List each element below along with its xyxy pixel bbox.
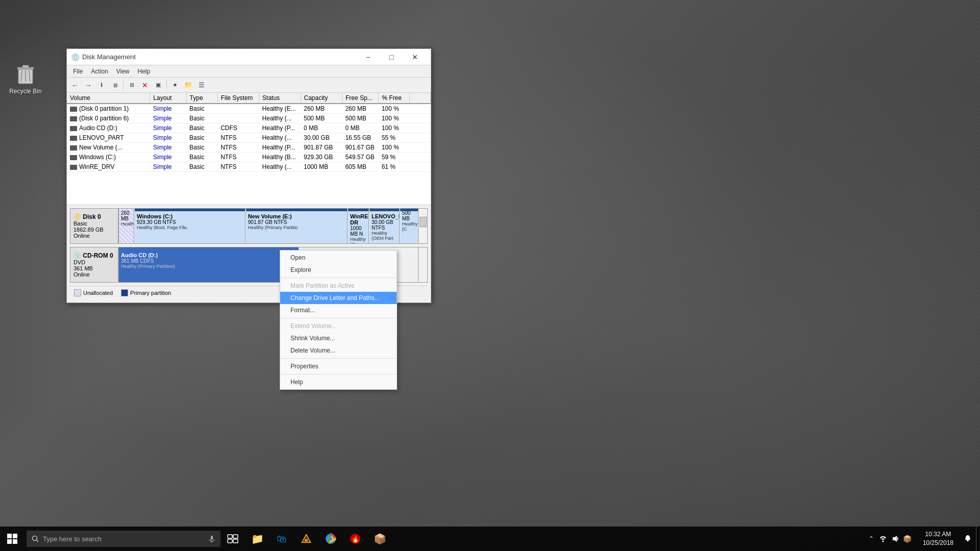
disk0-windows-size: 929.30 GB NTFS [137, 219, 243, 225]
volume-row-1[interactable]: (Disk 0 partition 6) Simple Basic Health… [67, 114, 431, 123]
svg-rect-8 [7, 539, 12, 544]
vol-layout: Simple [150, 143, 186, 153]
vol-pct: 100 % [379, 123, 410, 133]
disk0-lenovo[interactable]: LENOVO_PART 30.00 GB NTFS Healthy (OEM P… [370, 209, 400, 243]
ctx-explore[interactable]: Explore [280, 264, 397, 276]
disk0-windows[interactable]: Windows (C:) 929.30 GB NTFS Healthy (Boo… [135, 209, 246, 243]
col-fs[interactable]: File System [217, 93, 259, 104]
vol-capacity: 260 MB [301, 104, 342, 114]
toolbar-sep2 [166, 80, 167, 91]
toolbar-add[interactable]: ★ [169, 79, 181, 91]
svg-text:🔥: 🔥 [352, 535, 359, 543]
volume-row-4[interactable]: New Volume (... Simple Basic NTFS Health… [67, 143, 431, 153]
toolbar-folder[interactable]: 📁 [182, 79, 194, 91]
cdrom0-audio[interactable]: Audio CD (D:) 361 MB CDFS Healthy (Prima… [119, 247, 299, 282]
disk0-part1[interactable]: 260 MB Healthy [119, 209, 134, 243]
chrome-icon [325, 533, 337, 545]
tray-network[interactable] [878, 534, 888, 544]
taskbar-store[interactable]: 🛍 [270, 527, 294, 551]
col-capacity[interactable]: Capacity [301, 93, 342, 104]
vol-extra [410, 162, 431, 172]
menu-help[interactable]: Help [134, 66, 155, 77]
tray-dropbox[interactable]: 📦 [902, 534, 913, 544]
ctx-format[interactable]: Format... [280, 304, 397, 316]
taskbar-file-explorer[interactable]: 📁 [245, 527, 270, 551]
vol-free: 500 MB [342, 114, 378, 123]
col-pct[interactable]: % Free [379, 93, 410, 104]
disk0-newvol-name: New Volume (E:) [248, 213, 345, 219]
col-status[interactable]: Status [259, 93, 301, 104]
vol-fs: NTFS [217, 153, 259, 162]
cdrom0-audio-status: Healthy (Primary Partition) [121, 264, 297, 269]
ctx-open[interactable]: Open [280, 252, 397, 264]
maximize-button[interactable]: □ [380, 49, 403, 65]
disk0-scrollbar[interactable] [419, 208, 428, 244]
search-input[interactable] [43, 535, 204, 543]
col-type[interactable]: Type [186, 93, 217, 104]
disk0-lenovo-status: Healthy (OEM Part [372, 231, 397, 241]
vol-pct: 100 % [379, 104, 410, 114]
toolbar-format[interactable]: ▣ [152, 79, 164, 91]
toolbar-delete[interactable]: ✕ [139, 79, 151, 91]
vol-extra [410, 114, 431, 123]
toolbar-back[interactable]: ← [69, 79, 81, 91]
menu-file[interactable]: File [69, 66, 87, 77]
menu-view[interactable]: View [112, 66, 134, 77]
volume-row-6[interactable]: WinRE_DRV Simple Basic NTFS Healthy (...… [67, 162, 431, 172]
disk0-newvol[interactable]: New Volume (E:) 901.87 GB NTFS Healthy (… [246, 209, 348, 243]
vol-capacity: 500 MB [301, 114, 342, 123]
show-desktop-button[interactable] [976, 527, 980, 551]
notification-icon [964, 535, 972, 543]
toolbar-list[interactable]: ☰ [195, 79, 208, 91]
ctx-change-drive[interactable]: Change Drive Letter and Paths... [280, 292, 397, 304]
toolbar-forward[interactable]: → [82, 79, 94, 91]
start-button[interactable] [0, 527, 24, 551]
volume-row-2[interactable]: Audio CD (D:) Simple Basic CDFS Healthy … [67, 123, 431, 133]
disk0-last[interactable]: 500 MB Healthy (C [400, 209, 418, 243]
vol-fs: CDFS [217, 123, 259, 133]
notification-button[interactable] [960, 527, 976, 551]
ctx-delete[interactable]: Delete Volume... [280, 344, 397, 357]
toolbar-screen[interactable]: 🖥 [109, 79, 121, 91]
disk0-winre-size: 1000 MB N [350, 226, 366, 237]
taskbar-vlc[interactable] [294, 527, 318, 551]
recycle-bin[interactable]: Recycle Bin [5, 61, 46, 95]
disk0-part1-size: 260 MB [121, 210, 132, 221]
window-title: Disk Management [82, 53, 356, 61]
menu-action[interactable]: Action [87, 66, 112, 77]
volume-row-5[interactable]: Windows (C:) Simple Basic NTFS Healthy (… [67, 153, 431, 162]
col-layout[interactable]: Layout [150, 93, 186, 104]
ctx-properties[interactable]: Properties [280, 360, 397, 372]
vol-status: Healthy (... [259, 133, 301, 143]
cdrom0-scrollbar[interactable] [419, 247, 428, 283]
search-bar[interactable] [27, 531, 220, 547]
microphone-icon [208, 535, 215, 542]
toolbar-properties[interactable]: ℹ [95, 79, 108, 91]
volume-row-3[interactable]: LENOVO_PART Simple Basic NTFS Healthy (.… [67, 133, 431, 143]
ctx-mark-active: Mark Partition as Active [280, 280, 397, 292]
clock[interactable]: 10:32 AM 10/25/2018 [917, 527, 960, 551]
minimize-button[interactable]: − [356, 49, 380, 65]
taskbar-chrome[interactable] [318, 527, 343, 551]
vol-status: Healthy (P... [259, 143, 301, 153]
col-free[interactable]: Free Sp... [342, 93, 378, 104]
volume-row-0[interactable]: (Disk 0 partition 1) Simple Basic Health… [67, 104, 431, 114]
tray-volume[interactable] [890, 534, 900, 544]
tray-chevron[interactable]: ⌃ [867, 535, 876, 542]
cdrom0-label: 💿 CD-ROM 0 DVD 361 MB Online [70, 247, 118, 283]
ctx-sep2 [280, 318, 397, 318]
close-button[interactable]: ✕ [403, 49, 427, 65]
taskbar-dark-app[interactable]: 📦 [368, 527, 392, 551]
disk0-winre-status: Healthy (O... [350, 237, 366, 243]
toolbar-grid[interactable]: ⊞ [126, 79, 138, 91]
disk0-lenovo-size: 30.00 GB NTFS [372, 219, 397, 231]
disk0-winre[interactable]: WinRE DR 1000 MB N Healthy (O... [348, 209, 369, 243]
disk0-last-status: Healthy (C [402, 221, 416, 232]
col-volume[interactable]: Volume [67, 93, 150, 104]
svg-rect-20 [305, 539, 308, 541]
vol-type: Basic [186, 162, 217, 172]
ctx-shrink[interactable]: Shrink Volume... [280, 332, 397, 344]
ctx-help[interactable]: Help [280, 376, 397, 388]
taskbar-red-app[interactable]: 🔥 [343, 527, 368, 551]
taskview-button[interactable] [220, 527, 245, 551]
